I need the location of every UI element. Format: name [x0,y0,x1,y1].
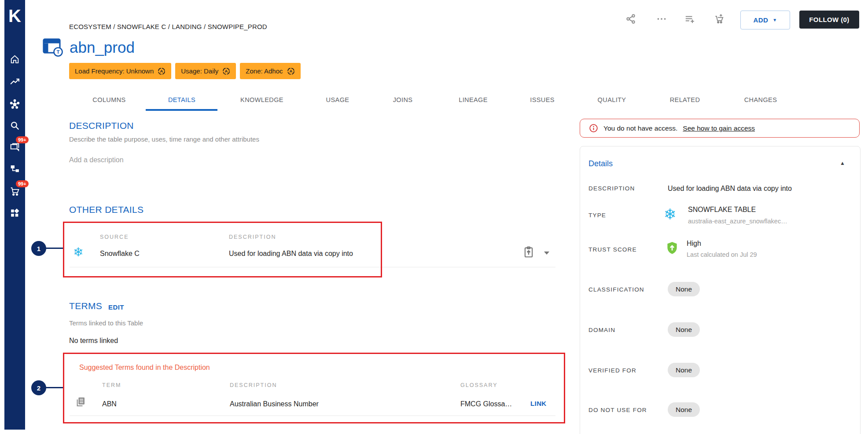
source-column-header: SOURCE [100,234,129,240]
tag-label: Zone: Adhoc [246,67,283,75]
add-to-cart-icon[interactable] [714,13,725,25]
glossary-term-icon [75,396,87,408]
tab-knowledge[interactable]: KNOWLEDGE [240,92,283,107]
collapse-arrow-icon[interactable]: ▲ [840,160,845,166]
chevron-down-icon: ▼ [772,18,777,22]
follow-button-label: FOLLOW (0) [809,16,849,23]
cart-count-badge: 99+ [16,180,29,187]
tab-columns[interactable]: COLUMNS [92,92,125,107]
glossary-column-header: GLOSSARY [460,382,498,388]
app-logo[interactable]: K [4,5,25,26]
follow-button[interactable]: FOLLOW (0) [799,11,859,29]
other-details-heading: OTHER DETAILS [69,204,143,215]
terms-subtitle: Terms linked to this Table [69,319,143,327]
access-banner: You do not have access. See how to gain … [580,119,860,138]
access-banner-text: You do not have access. [603,124,677,132]
more-options-icon[interactable] [656,13,667,25]
auto-classified-icon: A [158,67,166,75]
add-description-placeholder[interactable]: Add a description [69,156,124,164]
chat-count-badge: 99+ [16,136,29,143]
panel-do-not-use-for-label: DO NOT USE FOR [588,407,647,413]
terms-empty-text: No terms linked [69,337,118,345]
classification-pill: None [668,282,700,296]
row-divider [70,416,555,416]
apps-icon[interactable] [4,207,25,219]
tag-load-frequency[interactable]: Load Frequency: Unknown A [69,63,171,79]
tab-usage[interactable]: USAGE [326,92,349,107]
glossary-cell: FMCG Glossa… [460,400,512,408]
active-tab-indicator [146,109,217,111]
panel-description-label: DESCRIPTION [588,185,635,192]
auto-classified-icon: A [222,67,230,75]
playlist-add-icon[interactable] [684,13,695,25]
row-expand-chevron-icon[interactable] [544,252,549,255]
snowflake-icon: ❄ [73,246,83,259]
panel-type-value: SNOWFLAKE TABLE [688,206,756,214]
details-card-title: Details [588,159,613,168]
panel-classification-label: CLASSIFICATION [588,286,644,293]
suggested-terms-title: Suggested Terms found in the Description [79,364,210,372]
tag-zone[interactable]: Zone: Adhoc A [240,63,300,79]
panel-domain-label: DOMAIN [588,327,615,333]
panel-description-value: Used for loading ABN data via copy into [668,185,792,193]
annotation-connector-1 [46,248,63,249]
svg-text:A: A [225,69,228,73]
domain-pill: None [668,322,700,337]
search-icon[interactable] [4,120,25,131]
do-not-use-for-pill: None [668,402,700,417]
tag-usage[interactable]: Usage: Daily A [175,63,236,79]
tab-issues[interactable]: ISSUES [530,92,555,107]
auto-classified-icon: A [287,67,295,75]
breadcrumb[interactable]: ECOSYSTEM / SNOWFLAKE C / LANDING / SNOW… [69,23,267,30]
panel-type-label: TYPE [588,212,606,219]
trending-icon[interactable] [4,76,25,88]
term-description-column-header: DESCRIPTION [230,382,277,388]
source-cell: Snowflake C [100,250,140,258]
panel-type-sub: australia-east_azure_snowflakec… [688,218,787,225]
hierarchy-icon[interactable] [4,163,25,175]
term-cell: ABN [102,400,117,408]
tab-joins[interactable]: JOINS [393,92,413,107]
tab-details[interactable]: DETAILS [168,92,195,107]
terms-edit-link[interactable]: EDIT [108,303,124,311]
add-button-label: ADD [753,16,768,24]
source-description-cell: Used for loading ABN data via copy into [229,250,353,258]
panel-trust-sub: Last calculated on Jul 29 [687,251,757,258]
add-button[interactable]: ADD ▼ [740,11,790,29]
annotation-step-1: 1 [31,241,46,256]
row-divider [70,267,555,267]
export-clipboard-icon[interactable] [522,245,533,257]
tag-list: Load Frequency: Unknown A Usage: Daily A… [69,63,301,79]
svg-text:T: T [56,49,59,55]
description-section-subtitle: Describe the table purpose, uses, time r… [69,135,259,143]
term-description-cell: Australian Business Number [230,400,319,408]
annotation-connector-2 [46,387,63,388]
link-term-button[interactable]: LINK [530,400,547,407]
share-icon[interactable] [625,13,636,25]
panel-trust-label: TRUST SCORE [588,246,637,253]
terms-heading: TERMS [69,301,102,311]
tab-related[interactable]: RELATED [670,92,700,107]
annotation-step-2: 2 [31,380,46,395]
tab-lineage[interactable]: LINEAGE [459,92,488,107]
term-column-header: TERM [102,382,121,388]
gain-access-link[interactable]: See how to gain access [683,124,755,132]
verified-for-pill: None [668,363,700,377]
table-asset-icon: T [42,37,63,57]
info-icon [589,124,598,133]
tab-changes[interactable]: CHANGES [744,92,777,107]
page-title: abn_prod [70,39,135,56]
svg-text:A: A [160,69,163,73]
snowflake-icon: ❄ [664,207,677,222]
svg-text:A: A [289,69,292,73]
panel-verified-for-label: VERIFIED FOR [588,367,636,374]
description-column-header: DESCRIPTION [229,234,276,240]
home-icon[interactable] [4,53,25,65]
trust-shield-icon [666,241,679,255]
tag-label: Load Frequency: Unknown [75,67,154,75]
tag-label: Usage: Daily [181,67,218,75]
tab-quality[interactable]: QUALITY [598,92,626,107]
hub-icon[interactable] [4,98,25,109]
description-section-heading: DESCRIPTION [69,120,134,131]
panel-trust-value: High [687,240,701,248]
